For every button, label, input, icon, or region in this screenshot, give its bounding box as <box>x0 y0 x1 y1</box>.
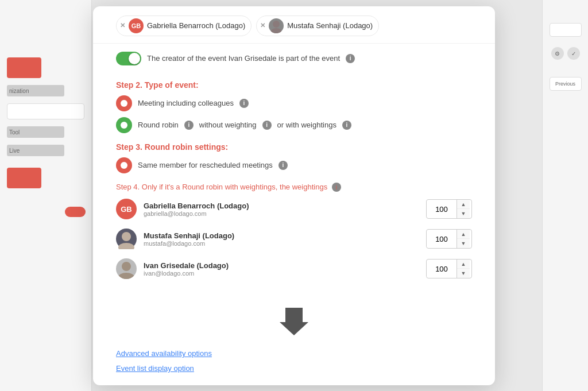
radio-inner-3 <box>121 162 127 169</box>
person-row-gabriella: GB Gabriella Benarroch (Lodago) gabriell… <box>116 199 472 219</box>
person-info-gabriella: Gabriella Benarroch (Lodago) gabriella@l… <box>144 202 419 217</box>
svg-marker-6 <box>280 308 308 335</box>
person-email-mustafa: mustafa@lodago.com <box>144 240 419 247</box>
weight-value-gabriella[interactable] <box>427 202 457 217</box>
arrow-down-wrap <box>116 296 472 348</box>
sidebar-live-label: Live <box>7 145 64 156</box>
radio-roundrobin[interactable] <box>116 117 132 133</box>
tag-mustafa-remove[interactable]: ✕ <box>260 22 265 29</box>
right-top-btn[interactable] <box>550 23 582 37</box>
radio-meeting[interactable] <box>116 95 132 111</box>
sidebar-badge <box>65 207 86 217</box>
person-info-ivan: Ivan Grisedale (Lodago) ivan@lodago.com <box>144 261 419 277</box>
option-roundrobin-label2: without weighting <box>199 121 257 129</box>
creator-text: The creator of the event Ivan Grisedale … <box>147 54 340 63</box>
main-modal: ✕ GB Gabriella Benarroch (Lodago) ✕ Must… <box>93 6 495 385</box>
roundrobin-info-icon-2[interactable]: i <box>262 121 272 130</box>
person-name-gabriella: Gabriella Benarroch (Lodago) <box>144 202 419 210</box>
option-roundrobin-label: Round robin <box>138 121 179 129</box>
option-roundrobin: Round robin i without weighting i or wit… <box>116 117 472 133</box>
person-info-mustafa: Mustafa Senhaji (Lodago) mustafa@lodago.… <box>144 231 419 247</box>
gear-icon[interactable]: ⚙ <box>551 47 564 60</box>
weight-down-gabriella[interactable]: ▼ <box>457 209 470 218</box>
step2-header: Step 2. Type of event: <box>116 80 472 90</box>
sidebar-input[interactable] <box>7 103 84 119</box>
weight-up-ivan[interactable]: ▲ <box>457 260 470 269</box>
modal-content: The creator of the event Ivan Grisedale … <box>93 44 495 385</box>
person-row-ivan: Ivan Grisedale (Lodago) ivan@lodago.com … <box>116 258 472 279</box>
svg-point-5 <box>118 273 134 279</box>
same-member-info-icon[interactable]: i <box>278 161 288 170</box>
person-name-ivan: Ivan Grisedale (Lodago) <box>144 261 419 270</box>
sidebar-tool-label: Tool <box>7 126 64 138</box>
weight-down-mustafa[interactable]: ▼ <box>457 239 470 248</box>
person-email-ivan: ivan@lodago.com <box>144 270 419 277</box>
weight-down-ivan[interactable]: ▼ <box>457 269 470 278</box>
avatar-ivan-row <box>116 258 137 279</box>
option-roundrobin-label3: or with weightings <box>277 121 336 129</box>
tag-mustafa[interactable]: ✕ Mustafa Senhaji (Lodago) <box>256 16 379 36</box>
roundrobin-info-icon[interactable]: i <box>184 121 194 130</box>
weight-value-ivan[interactable] <box>427 261 457 277</box>
radio-inner-2 <box>121 122 127 129</box>
toggle-knob <box>129 53 140 64</box>
avatar-gabriella-row: GB <box>116 199 137 219</box>
sidebar-org-label: nization <box>7 85 64 96</box>
check-icon[interactable]: ✓ <box>567 47 580 60</box>
weight-input-gabriella[interactable]: ▲ ▼ <box>426 199 472 219</box>
svg-point-3 <box>118 243 134 249</box>
option-meeting: Meeting including colleagues i <box>116 95 472 111</box>
person-name-mustafa: Mustafa Senhaji (Lodago) <box>144 231 419 240</box>
event-list-link[interactable]: Event list display option <box>116 364 194 373</box>
arrow-down-icon <box>277 302 311 336</box>
option-meeting-label: Meeting including colleagues <box>138 99 234 107</box>
creator-toggle[interactable] <box>116 52 141 65</box>
previous-button[interactable]: Previous <box>550 77 582 91</box>
tag-mustafa-label: Mustafa Senhaji (Lodago) <box>287 21 373 30</box>
right-icons: ⚙ ✓ <box>551 47 580 60</box>
creator-row: The creator of the event Ivan Grisedale … <box>116 44 472 71</box>
tag-gabriella-label: Gabriella Benarroch (Lodago) <box>147 21 245 30</box>
avatar-mustafa <box>269 18 284 33</box>
weight-value-mustafa[interactable] <box>427 231 457 247</box>
option-same-member-label: Same member for rescheduled meetings <box>138 161 273 169</box>
weight-up-mustafa[interactable]: ▲ <box>457 230 470 239</box>
event-list-link-row: Event list display option <box>116 363 472 373</box>
avatar-gabriella: GB <box>129 18 144 33</box>
person-email-gabriella: gabriella@lodago.com <box>144 210 419 217</box>
right-sidebar: ⚙ ✓ Previous <box>542 0 588 391</box>
tag-gabriella[interactable]: ✕ GB Gabriella Benarroch (Lodago) <box>116 16 252 36</box>
step3-header: Step 3. Round robin settings: <box>116 142 472 152</box>
ivan-container: Ivan Grisedale (Lodago) ivan@lodago.com … <box>116 258 472 279</box>
sidebar-red-block-1[interactable] <box>7 57 41 78</box>
svg-point-4 <box>122 262 131 271</box>
weight-input-ivan[interactable]: ▲ ▼ 6 <box>426 259 472 278</box>
creator-info-icon[interactable]: i <box>346 54 355 63</box>
advanced-availability-link[interactable]: Advanced availability options <box>116 349 212 358</box>
svg-point-2 <box>122 232 131 241</box>
person-row-mustafa: Mustafa Senhaji (Lodago) mustafa@lodago.… <box>116 229 472 249</box>
radio-inner <box>121 100 127 107</box>
step4-info-icon[interactable]: i <box>332 183 341 192</box>
weight-spinners-ivan: ▲ ▼ <box>457 260 470 278</box>
sidebar-red-block-2[interactable] <box>7 168 41 188</box>
tag-gabriella-remove[interactable]: ✕ <box>120 22 125 29</box>
meeting-info-icon[interactable]: i <box>239 99 249 108</box>
svg-point-1 <box>270 28 282 33</box>
left-sidebar: nization Tool Live <box>0 0 92 391</box>
radio-same-member[interactable] <box>116 157 132 173</box>
option-same-member: Same member for rescheduled meetings i <box>116 157 472 173</box>
svg-point-0 <box>273 21 280 28</box>
weight-spinners-gabriella: ▲ ▼ <box>457 200 470 218</box>
avatar-mustafa-row <box>116 229 137 249</box>
advanced-availability-link-row: Advanced availability options <box>116 348 472 358</box>
weight-spinners-mustafa: ▲ ▼ <box>457 230 470 248</box>
roundrobin-info-icon-3[interactable]: i <box>342 121 351 130</box>
step4-header: Step 4. Only if it's a Round robin with … <box>116 183 472 192</box>
weight-input-mustafa[interactable]: ▲ ▼ <box>426 229 472 249</box>
weight-up-gabriella[interactable]: ▲ <box>457 200 470 209</box>
tag-row: ✕ GB Gabriella Benarroch (Lodago) ✕ Must… <box>93 6 495 44</box>
